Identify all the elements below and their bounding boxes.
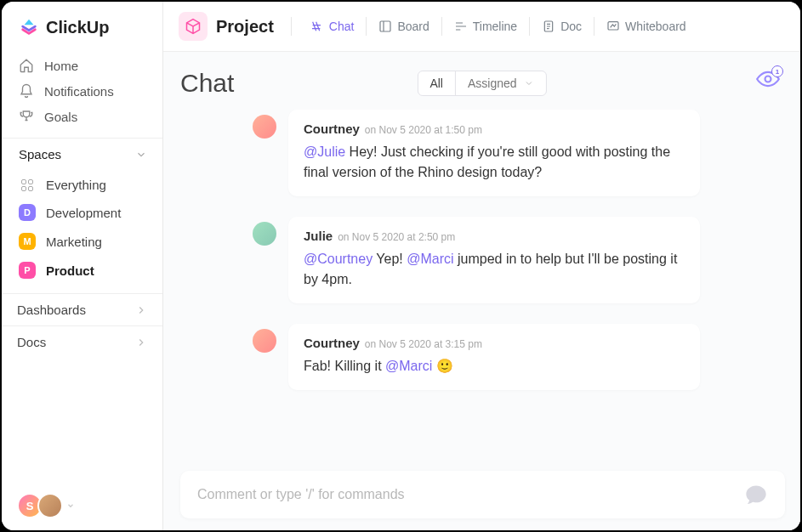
filter-all[interactable]: All [418, 71, 456, 95]
watchers-count: 1 [771, 65, 783, 77]
message-body: @Julie Hey! Just checking if you're stil… [304, 142, 685, 183]
message-time: on Nov 5 2020 at 3:15 pm [365, 338, 482, 350]
brand-name: ClickUp [46, 18, 109, 37]
tab-board[interactable]: Board [372, 16, 435, 37]
chevron-down-icon [66, 501, 75, 510]
spaces-header-label: Spaces [19, 147, 61, 161]
mention[interactable]: @Marci [407, 252, 453, 266]
primary-nav: Home Notifications Goals [2, 49, 162, 138]
mention[interactable]: @Marci [385, 359, 432, 373]
topbar: Project ChatBoardTimelineDocWhiteboard [163, 2, 800, 52]
timeline-icon [454, 20, 468, 33]
bell-icon [19, 83, 34, 99]
message-row: Courtneyon Nov 5 2020 at 3:15 pmFab! Kil… [253, 324, 700, 390]
message-avatar[interactable] [253, 222, 276, 246]
composer-input[interactable] [197, 487, 744, 502]
main-area: Project ChatBoardTimelineDocWhiteboard C… [163, 2, 800, 530]
sidebar-docs[interactable]: Docs [2, 325, 162, 358]
chevron-right-icon [135, 337, 147, 348]
whiteboard-icon [606, 20, 620, 33]
avatar-other [37, 493, 63, 518]
avatar-stack: S [17, 493, 58, 518]
space-badge: M [19, 233, 36, 250]
nav-home-label: Home [44, 59, 78, 73]
nav-notifications[interactable]: Notifications [2, 78, 162, 104]
message-card: Julieon Nov 5 2020 at 2:50 pm@Courtney Y… [288, 217, 700, 303]
message-row: Julieon Nov 5 2020 at 2:50 pm@Courtney Y… [253, 217, 700, 303]
project-icon[interactable] [179, 12, 208, 41]
message-time: on Nov 5 2020 at 2:50 pm [338, 231, 455, 243]
sidebar-dashboards-label: Dashboards [17, 303, 86, 317]
message-time: on Nov 5 2020 at 1:50 pm [365, 124, 482, 136]
composer [180, 471, 785, 518]
tab-timeline[interactable]: Timeline [447, 16, 524, 37]
board-icon [378, 20, 392, 33]
doc-icon [542, 20, 555, 33]
sidebar-docs-label: Docs [17, 335, 46, 349]
brand-logo[interactable]: ClickUp [2, 2, 162, 49]
filter-assigned[interactable]: Assigned [456, 71, 546, 95]
nav-notifications-label: Notifications [44, 84, 114, 99]
message-author: Julie [304, 229, 333, 243]
message-body: @Courtney Yep! @Marci jumped in to help … [304, 249, 685, 290]
svg-point-3 [765, 76, 771, 82]
nav-home[interactable]: Home [2, 53, 162, 78]
spaces-list: EverythingDDevelopmentMMarketingPProduct [2, 170, 162, 293]
chevron-down-icon [524, 78, 534, 88]
home-icon [19, 58, 34, 73]
mention[interactable]: @Courtney [304, 252, 373, 266]
chevron-down-icon [135, 149, 147, 161]
chevron-right-icon [135, 304, 147, 316]
space-label: Development [46, 206, 121, 220]
space-item-marketing[interactable]: MMarketing [2, 227, 162, 256]
svg-rect-0 [380, 21, 390, 31]
message-author: Courtney [304, 122, 360, 136]
message-avatar[interactable] [253, 115, 276, 139]
tab-doc[interactable]: Doc [535, 16, 589, 37]
chat-title: Chat [180, 69, 234, 98]
message-author: Courtney [304, 336, 360, 350]
message-card: Courtneyon Nov 5 2020 at 3:15 pmFab! Kil… [288, 324, 700, 390]
tab-whiteboard[interactable]: Whiteboard [600, 16, 693, 37]
mention[interactable]: @Julie [304, 144, 345, 159]
chat-icon [310, 20, 324, 33]
project-title: Project [216, 17, 274, 37]
nav-goals-label: Goals [44, 110, 77, 124]
trophy-icon [19, 109, 34, 124]
message-list: Courtneyon Nov 5 2020 at 1:50 pm@Julie H… [180, 110, 785, 471]
chat-filter: All Assigned [417, 71, 546, 96]
space-item-development[interactable]: DDevelopment [2, 198, 162, 227]
sidebar-footer[interactable]: S [2, 481, 162, 530]
sidebar-dashboards[interactable]: Dashboards [2, 293, 162, 325]
watchers-button[interactable]: 1 [756, 71, 780, 91]
space-label: Everything [46, 178, 106, 192]
message-avatar[interactable] [253, 329, 276, 353]
space-label: Product [46, 263, 94, 278]
nav-goals[interactable]: Goals [2, 104, 162, 129]
sidebar: ClickUp Home Notifications Goals Spaces … [2, 2, 163, 530]
chat-view: Chat All Assigned 1 Courtneyon Nov 5 202… [163, 52, 800, 530]
separator [291, 17, 292, 36]
message-row: Courtneyon Nov 5 2020 at 1:50 pm@Julie H… [253, 110, 700, 196]
spaces-header[interactable]: Spaces [2, 138, 162, 170]
message-card: Courtneyon Nov 5 2020 at 1:50 pm@Julie H… [288, 110, 700, 196]
space-item-everything[interactable]: Everything [2, 172, 162, 198]
message-body: Fab! Killing it @Marci 🙂 [304, 356, 685, 376]
space-label: Marketing [46, 235, 102, 249]
logo-icon [19, 17, 39, 37]
comment-icon[interactable] [744, 483, 768, 507]
space-badge: D [19, 204, 36, 221]
tab-chat[interactable]: Chat [304, 16, 361, 37]
space-badge: P [19, 262, 36, 279]
grid-icon [19, 179, 36, 191]
space-item-product[interactable]: PProduct [2, 256, 162, 285]
cube-icon [185, 18, 202, 35]
